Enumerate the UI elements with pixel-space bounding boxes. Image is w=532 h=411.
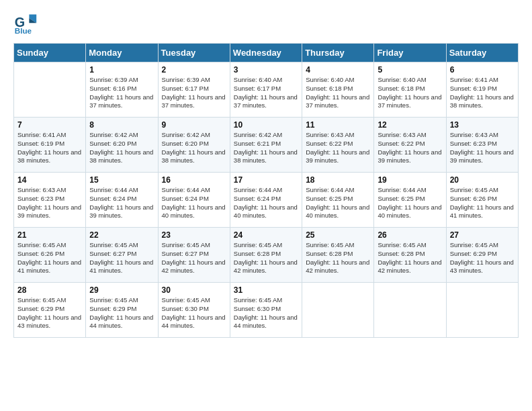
day-number: 25 bbox=[306, 230, 370, 240]
table-row: 21Sunrise: 6:45 AMSunset: 6:26 PMDayligh… bbox=[14, 228, 86, 283]
table-row: 13Sunrise: 6:43 AMSunset: 6:23 PMDayligh… bbox=[446, 118, 518, 173]
table-row: 8Sunrise: 6:42 AMSunset: 6:20 PMDaylight… bbox=[86, 118, 158, 173]
table-row: 14Sunrise: 6:43 AMSunset: 6:23 PMDayligh… bbox=[14, 173, 86, 228]
table-row: 20Sunrise: 6:45 AMSunset: 6:26 PMDayligh… bbox=[446, 173, 518, 228]
day-number: 22 bbox=[89, 230, 154, 240]
weekday-row: Sunday Monday Tuesday Wednesday Thursday… bbox=[14, 44, 519, 62]
col-thursday: Thursday bbox=[302, 44, 374, 62]
day-number: 26 bbox=[378, 230, 442, 240]
day-detail: Sunrise: 6:39 AMSunset: 6:17 PMDaylight:… bbox=[162, 76, 226, 110]
header: G Blue bbox=[13, 12, 519, 36]
day-detail: Sunrise: 6:45 AMSunset: 6:27 PMDaylight:… bbox=[162, 241, 226, 275]
col-friday: Friday bbox=[374, 44, 446, 62]
day-detail: Sunrise: 6:45 AMSunset: 6:30 PMDaylight:… bbox=[234, 296, 298, 330]
table-row bbox=[374, 283, 446, 338]
table-row: 31Sunrise: 6:45 AMSunset: 6:30 PMDayligh… bbox=[230, 283, 302, 338]
table-row: 2Sunrise: 6:39 AMSunset: 6:17 PMDaylight… bbox=[158, 62, 230, 118]
day-number: 15 bbox=[89, 175, 154, 185]
day-number: 10 bbox=[234, 120, 298, 130]
table-row: 24Sunrise: 6:45 AMSunset: 6:28 PMDayligh… bbox=[230, 228, 302, 283]
logo-icon: G Blue bbox=[13, 12, 38, 36]
table-row bbox=[14, 62, 86, 118]
day-detail: Sunrise: 6:45 AMSunset: 6:28 PMDaylight:… bbox=[306, 241, 370, 275]
day-detail: Sunrise: 6:45 AMSunset: 6:28 PMDaylight:… bbox=[234, 241, 298, 275]
day-number: 18 bbox=[306, 175, 370, 185]
day-detail: Sunrise: 6:41 AMSunset: 6:19 PMDaylight:… bbox=[450, 76, 515, 110]
page: G Blue Sunday Monday Tuesday bbox=[0, 0, 532, 411]
day-detail: Sunrise: 6:44 AMSunset: 6:24 PMDaylight:… bbox=[234, 186, 298, 220]
table-row: 15Sunrise: 6:44 AMSunset: 6:24 PMDayligh… bbox=[86, 173, 158, 228]
table-row: 4Sunrise: 6:40 AMSunset: 6:18 PMDaylight… bbox=[302, 62, 374, 118]
col-wednesday: Wednesday bbox=[230, 44, 302, 62]
day-number: 1 bbox=[89, 65, 154, 75]
day-detail: Sunrise: 6:45 AMSunset: 6:26 PMDaylight:… bbox=[450, 186, 515, 220]
day-detail: Sunrise: 6:45 AMSunset: 6:30 PMDaylight:… bbox=[162, 296, 226, 330]
day-number: 6 bbox=[450, 65, 515, 75]
day-number: 14 bbox=[17, 175, 82, 185]
day-number: 31 bbox=[234, 285, 298, 295]
day-detail: Sunrise: 6:42 AMSunset: 6:20 PMDaylight:… bbox=[162, 131, 226, 165]
day-number: 5 bbox=[378, 65, 442, 75]
day-detail: Sunrise: 6:42 AMSunset: 6:21 PMDaylight:… bbox=[234, 131, 298, 165]
calendar-week-row: 14Sunrise: 6:43 AMSunset: 6:23 PMDayligh… bbox=[14, 173, 519, 228]
day-detail: Sunrise: 6:43 AMSunset: 6:22 PMDaylight:… bbox=[306, 131, 370, 165]
table-row: 22Sunrise: 6:45 AMSunset: 6:27 PMDayligh… bbox=[86, 228, 158, 283]
day-detail: Sunrise: 6:44 AMSunset: 6:25 PMDaylight:… bbox=[378, 186, 442, 220]
calendar-body: 1Sunrise: 6:39 AMSunset: 6:16 PMDaylight… bbox=[14, 62, 519, 338]
table-row: 17Sunrise: 6:44 AMSunset: 6:24 PMDayligh… bbox=[230, 173, 302, 228]
table-row: 11Sunrise: 6:43 AMSunset: 6:22 PMDayligh… bbox=[302, 118, 374, 173]
day-detail: Sunrise: 6:45 AMSunset: 6:29 PMDaylight:… bbox=[450, 241, 515, 275]
calendar: Sunday Monday Tuesday Wednesday Thursday… bbox=[13, 43, 519, 338]
day-detail: Sunrise: 6:39 AMSunset: 6:16 PMDaylight:… bbox=[89, 76, 154, 110]
table-row: 29Sunrise: 6:45 AMSunset: 6:29 PMDayligh… bbox=[86, 283, 158, 338]
table-row: 12Sunrise: 6:43 AMSunset: 6:22 PMDayligh… bbox=[374, 118, 446, 173]
table-row: 27Sunrise: 6:45 AMSunset: 6:29 PMDayligh… bbox=[446, 228, 518, 283]
day-number: 8 bbox=[89, 120, 154, 130]
table-row: 25Sunrise: 6:45 AMSunset: 6:28 PMDayligh… bbox=[302, 228, 374, 283]
table-row: 5Sunrise: 6:40 AMSunset: 6:18 PMDaylight… bbox=[374, 62, 446, 118]
day-number: 28 bbox=[17, 285, 82, 295]
day-number: 17 bbox=[234, 175, 298, 185]
table-row: 9Sunrise: 6:42 AMSunset: 6:20 PMDaylight… bbox=[158, 118, 230, 173]
calendar-week-row: 28Sunrise: 6:45 AMSunset: 6:29 PMDayligh… bbox=[14, 283, 519, 338]
day-detail: Sunrise: 6:40 AMSunset: 6:18 PMDaylight:… bbox=[378, 76, 442, 110]
col-sunday: Sunday bbox=[14, 44, 86, 62]
table-row: 7Sunrise: 6:41 AMSunset: 6:19 PMDaylight… bbox=[14, 118, 86, 173]
day-number: 11 bbox=[306, 120, 370, 130]
day-number: 7 bbox=[17, 120, 82, 130]
day-number: 19 bbox=[378, 175, 442, 185]
table-row: 23Sunrise: 6:45 AMSunset: 6:27 PMDayligh… bbox=[158, 228, 230, 283]
day-detail: Sunrise: 6:45 AMSunset: 6:26 PMDaylight:… bbox=[17, 241, 82, 275]
calendar-week-row: 21Sunrise: 6:45 AMSunset: 6:26 PMDayligh… bbox=[14, 228, 519, 283]
day-number: 24 bbox=[234, 230, 298, 240]
table-row: 3Sunrise: 6:40 AMSunset: 6:17 PMDaylight… bbox=[230, 62, 302, 118]
table-row bbox=[302, 283, 374, 338]
day-detail: Sunrise: 6:45 AMSunset: 6:28 PMDaylight:… bbox=[378, 241, 442, 275]
col-monday: Monday bbox=[86, 44, 158, 62]
col-tuesday: Tuesday bbox=[158, 44, 230, 62]
calendar-week-row: 7Sunrise: 6:41 AMSunset: 6:19 PMDaylight… bbox=[14, 118, 519, 173]
table-row: 16Sunrise: 6:44 AMSunset: 6:24 PMDayligh… bbox=[158, 173, 230, 228]
day-detail: Sunrise: 6:44 AMSunset: 6:25 PMDaylight:… bbox=[306, 186, 370, 220]
day-number: 16 bbox=[162, 175, 226, 185]
calendar-header: Sunday Monday Tuesday Wednesday Thursday… bbox=[14, 44, 519, 62]
day-number: 9 bbox=[162, 120, 226, 130]
day-number: 29 bbox=[89, 285, 154, 295]
table-row bbox=[446, 283, 518, 338]
day-detail: Sunrise: 6:41 AMSunset: 6:19 PMDaylight:… bbox=[17, 131, 82, 165]
day-number: 13 bbox=[450, 120, 515, 130]
day-number: 3 bbox=[234, 65, 298, 75]
day-number: 20 bbox=[450, 175, 515, 185]
day-number: 4 bbox=[306, 65, 370, 75]
day-detail: Sunrise: 6:45 AMSunset: 6:29 PMDaylight:… bbox=[89, 296, 154, 330]
day-detail: Sunrise: 6:40 AMSunset: 6:17 PMDaylight:… bbox=[234, 76, 298, 110]
day-detail: Sunrise: 6:45 AMSunset: 6:29 PMDaylight:… bbox=[17, 296, 82, 330]
day-detail: Sunrise: 6:45 AMSunset: 6:27 PMDaylight:… bbox=[89, 241, 154, 275]
calendar-week-row: 1Sunrise: 6:39 AMSunset: 6:16 PMDaylight… bbox=[14, 62, 519, 118]
table-row: 1Sunrise: 6:39 AMSunset: 6:16 PMDaylight… bbox=[86, 62, 158, 118]
day-detail: Sunrise: 6:42 AMSunset: 6:20 PMDaylight:… bbox=[89, 131, 154, 165]
day-number: 2 bbox=[162, 65, 226, 75]
table-row: 26Sunrise: 6:45 AMSunset: 6:28 PMDayligh… bbox=[374, 228, 446, 283]
day-detail: Sunrise: 6:43 AMSunset: 6:23 PMDaylight:… bbox=[17, 186, 82, 220]
day-detail: Sunrise: 6:40 AMSunset: 6:18 PMDaylight:… bbox=[306, 76, 370, 110]
